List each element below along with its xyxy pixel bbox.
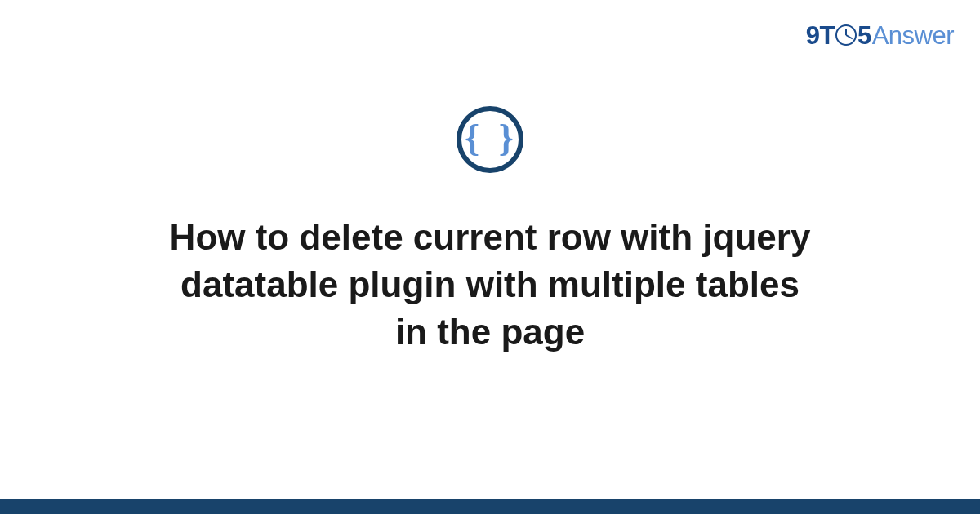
footer-accent-bar bbox=[0, 499, 980, 514]
logo-text-9t: 9T bbox=[806, 21, 835, 51]
question-title: How to delete current row with jquery da… bbox=[131, 214, 849, 356]
logo-text-answer: Answer bbox=[872, 21, 954, 51]
site-logo: 9T 5 Answer bbox=[806, 21, 954, 51]
main-content: { } How to delete current row with jquer… bbox=[0, 106, 980, 356]
code-braces-icon: { } bbox=[465, 119, 519, 157]
category-badge: { } bbox=[457, 106, 523, 173]
clock-icon bbox=[835, 24, 857, 46]
logo-text-5: 5 bbox=[858, 21, 871, 51]
